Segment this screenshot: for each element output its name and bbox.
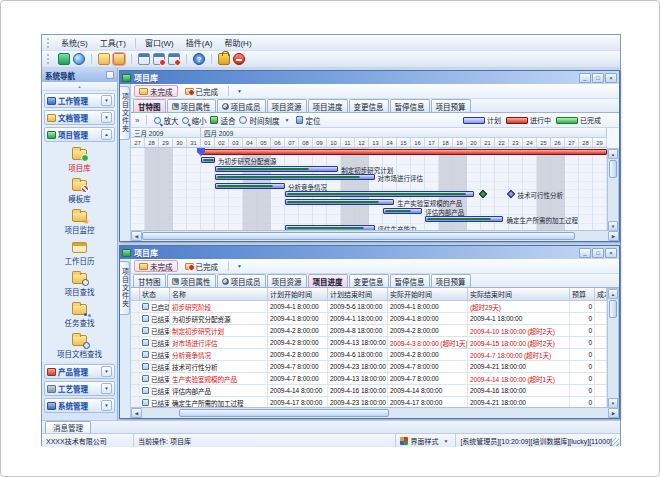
menu-item-window[interactable]: 窗口(W) xyxy=(139,36,180,49)
exit-icon[interactable] xyxy=(233,53,245,65)
scroll-right-icon[interactable]: ▶ xyxy=(608,408,619,418)
tab-resources[interactable]: 项目资源 xyxy=(267,274,307,287)
gantt-bar-plan[interactable] xyxy=(285,191,474,197)
chevron-down-icon[interactable]: ▼ xyxy=(101,383,112,394)
filter-finished-button[interactable]: 已完成 xyxy=(180,260,224,272)
lock-icon[interactable] xyxy=(218,53,230,65)
chevron-down-icon[interactable]: ▼ xyxy=(101,95,112,106)
help-icon[interactable] xyxy=(193,53,205,65)
form-window-icon[interactable] xyxy=(138,53,150,65)
window-titlebar[interactable]: 项目库_□× xyxy=(120,71,619,84)
table-row[interactable]: 已结束制定初步研究计划2009-4-2 8:00:002009-4-8 18:0… xyxy=(131,325,607,337)
gantt-bar-plan[interactable] xyxy=(383,208,422,214)
table-row[interactable]: 已结束技术可行性分析2009-4-7 8:00:002009-4-23 18:0… xyxy=(131,361,607,373)
filter-dropdown-icon[interactable]: ▼ xyxy=(234,263,245,269)
tab-budget[interactable]: 项目预算 xyxy=(431,99,471,112)
chevron-down-icon[interactable]: ▼ xyxy=(101,366,112,377)
overflow-chevron-icon[interactable]: » xyxy=(135,116,139,125)
tab-message-management[interactable]: 消息管理 xyxy=(45,421,91,433)
sidebar-group-process[interactable]: 工艺管理▼ xyxy=(44,381,115,396)
web-globe-icon[interactable] xyxy=(73,53,85,65)
sidebar-group-project[interactable]: 项目管理▲ xyxy=(44,127,115,142)
gantt-bar-inprogress[interactable] xyxy=(201,149,607,155)
sidebar-item-project-doc-search[interactable]: 项目文档查找 xyxy=(42,331,117,360)
form-window-alert-icon[interactable] xyxy=(153,53,165,65)
column-header-1[interactable]: 名称 xyxy=(170,288,268,301)
tab-pauses[interactable]: 暂停信息 xyxy=(390,99,430,112)
menu-item-tools[interactable]: 工具(T) xyxy=(94,36,132,49)
scroll-up-icon[interactable]: ▲ xyxy=(608,289,618,299)
scroll-left-icon[interactable]: ◀ xyxy=(131,408,142,418)
sidebar-item-work-calendar[interactable]: 工作日历 xyxy=(42,238,117,267)
table-row[interactable]: 已结束生产实验室规模的产品2009-4-7 8:00:002009-4-13 1… xyxy=(131,373,607,385)
window-maximize-button[interactable]: □ xyxy=(592,248,604,258)
scroll-right-icon[interactable]: ▶ xyxy=(608,231,619,241)
menu-item-system[interactable]: 系统(S) xyxy=(55,36,94,49)
app-launch-icon[interactable] xyxy=(58,53,70,65)
column-header-3[interactable]: 计划结束时间 xyxy=(328,288,388,301)
table-row[interactable]: 已结束评估内部产品2009-4-14 8:00:002009-4-16 18:0… xyxy=(131,385,607,397)
window-close-button[interactable]: × xyxy=(605,73,617,83)
window-titlebar[interactable]: 项目库_□× xyxy=(120,246,619,259)
chevron-down-icon[interactable]: ▼ xyxy=(101,112,112,123)
column-header-4[interactable]: 实际开始时间 xyxy=(388,288,468,301)
tab-budget[interactable]: 项目预算 xyxy=(431,274,471,287)
tab-resources[interactable]: 项目资源 xyxy=(267,99,307,112)
filter-dropdown-icon[interactable]: ▼ xyxy=(234,88,245,94)
chevron-up-icon[interactable]: ▲ xyxy=(101,129,112,140)
sidebar-group-document[interactable]: 文档管理▼ xyxy=(44,110,115,125)
horizontal-scroll-thumb[interactable] xyxy=(142,232,575,240)
column-header-5[interactable]: 实际结束时间 xyxy=(468,288,570,301)
column-header-7[interactable]: 成本 xyxy=(595,288,607,301)
gantt-bar-plan[interactable] xyxy=(215,183,285,189)
scroll-left-icon[interactable]: ◀ xyxy=(131,231,142,241)
row-header-column[interactable] xyxy=(131,288,140,301)
gantt-bar-plan[interactable] xyxy=(201,157,215,163)
filter-finished-button[interactable]: 已完成 xyxy=(180,85,224,97)
table-row[interactable]: 已结束对市场进行评估2009-4-2 8:00:002009-4-13 18:0… xyxy=(131,337,607,349)
vertical-scroll-thumb[interactable] xyxy=(609,300,617,318)
gantt-bar-plan[interactable] xyxy=(425,216,503,222)
window-minimize-button[interactable]: _ xyxy=(579,248,591,258)
gantt-zoom-in-button[interactable]: 放大 xyxy=(154,115,178,126)
column-header-6[interactable]: 预算 xyxy=(570,288,595,301)
pin-icon[interactable] xyxy=(106,71,114,79)
chevron-down-icon[interactable]: ▼ xyxy=(101,400,112,411)
gantt-vscroll[interactable]: ▲▼ xyxy=(607,148,619,232)
gantt-time-scale-button[interactable]: 时间刻度▼ xyxy=(239,115,292,126)
resize-grip[interactable] xyxy=(611,438,619,446)
column-header-0[interactable]: 状态 xyxy=(140,288,170,301)
tab-progress[interactable]: 项目进度 xyxy=(308,274,348,287)
table-vscroll[interactable]: ▲▼ xyxy=(607,288,619,409)
folder-vertical-tab[interactable]: 项目文件夹 xyxy=(120,261,130,315)
tab-progress[interactable]: 项目进度 xyxy=(308,99,348,112)
sidebar-item-project-library[interactable]: 项目库 xyxy=(42,145,117,174)
tab-pauses[interactable]: 暂停信息 xyxy=(390,274,430,287)
table-row[interactable]: 已启动初步研究阶段2009-4-1 8:00:002009-5-6 18:00:… xyxy=(131,301,607,313)
folder-vertical-tab[interactable]: 项目文件夹 xyxy=(120,86,130,140)
window-minimize-button[interactable]: _ xyxy=(579,73,591,83)
table-row[interactable]: 已结束为初步研究分配资源2009-4-1 8:00:002009-4-1 18:… xyxy=(131,313,607,325)
menu-item-help[interactable]: 帮助(H) xyxy=(218,36,257,49)
gantt-zoom-out-button[interactable]: 缩小 xyxy=(182,115,206,126)
sidebar-item-template-library[interactable]: 模板库 xyxy=(42,176,117,205)
filter-unfinished-button[interactable]: 未完成 xyxy=(134,85,178,97)
sidebar-group-product[interactable]: 产品管理▼ xyxy=(44,364,115,379)
tab-gantt[interactable]: 甘特图 xyxy=(133,99,166,112)
ui-style-button[interactable]: 界面样式 ▼ xyxy=(396,434,456,447)
table-hscroll[interactable]: ◀▶ xyxy=(131,407,619,418)
vertical-scroll-thumb[interactable] xyxy=(609,160,617,178)
sidebar-scroll-up-button[interactable] xyxy=(42,82,117,91)
window-close-button[interactable]: × xyxy=(605,248,617,258)
tab-properties[interactable]: 项目属性 xyxy=(167,99,216,112)
filter-unfinished-button[interactable]: 未完成 xyxy=(134,260,178,272)
window-maximize-button[interactable]: □ xyxy=(592,73,604,83)
tab-gantt[interactable]: 甘特图 xyxy=(133,274,166,287)
tab-changes[interactable]: 变更信息 xyxy=(349,99,389,112)
gantt-bar-plan[interactable] xyxy=(215,174,375,180)
open-folder-icon[interactable] xyxy=(98,53,110,65)
horizontal-scroll-thumb[interactable] xyxy=(179,409,389,417)
gantt-bar-plan[interactable] xyxy=(285,199,394,205)
column-header-2[interactable]: 计划开始时间 xyxy=(268,288,328,301)
gantt-locate-button[interactable]: 定位 xyxy=(296,115,320,126)
